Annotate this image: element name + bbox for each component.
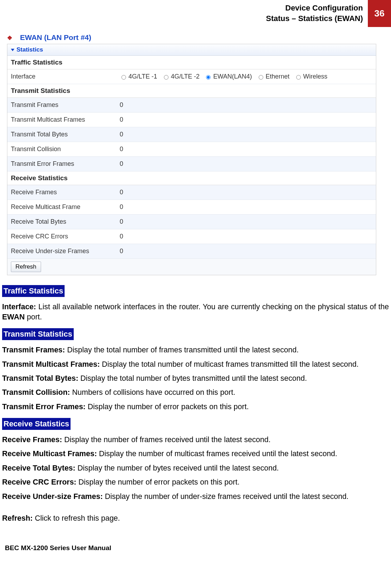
label-rmf: Receive Multicast Frames: [2,450,97,458]
stats-row-label: Receive Multicast Frame [7,200,116,214]
para-receive-multicast: Receive Multicast Frames: Display the nu… [2,449,389,459]
interface-radio-label: 4G/LTE -2 [171,73,200,80]
section-transmit-head: Transmit Statistics [7,84,376,98]
refresh-button[interactable]: Refresh [11,262,41,272]
section-traffic-head: Traffic Statistics [7,56,376,69]
stats-row-label: Receive Total Bytes [7,215,116,229]
stats-row-value: 0 [116,113,376,127]
label-tf: Transmit Frames: [2,346,65,354]
stats-row: Transmit Collision0 [7,142,376,157]
stats-row-label: Transmit Frames [7,98,116,112]
document-body: Traffic Statistics Interface: List all a… [0,283,391,523]
para-interface: Interface: List all available network in… [2,302,389,322]
stats-row: Transmit Total Bytes0 [7,127,376,142]
text-refresh: Click to refresh this page. [33,514,120,522]
heading-traffic-statistics: Traffic Statistics [2,285,65,297]
text-tef: Display the number of error packets on t… [86,403,249,411]
section-receive-head: Receive Statistics [7,171,376,185]
label-ruf: Receive Under-size Frames: [2,492,103,501]
interface-radio[interactable] [296,75,301,80]
interface-option[interactable]: 4G/LTE -1 [120,73,157,80]
label-tef: Transmit Error Frames: [2,403,86,411]
stats-row-value: 0 [116,229,376,244]
stats-row-label: Receive Under-size Frames [7,244,116,258]
heading-transmit-statistics: Transmit Statistics [2,328,74,340]
interface-radio[interactable] [259,75,263,80]
header-line1: Device Configuration [285,4,363,12]
label-ttb: Transmit Total Bytes: [2,374,78,383]
interface-row: Interface 4G/LTE -14G/LTE -2EWAN(LAN4)Et… [7,69,376,84]
text-rmf: Display the number of multicast frames r… [97,450,337,458]
text-tc: Numbers of collisions have occurred on t… [70,388,236,397]
interface-radio[interactable] [121,75,126,80]
interface-radio[interactable] [164,75,168,80]
section-heading-ewan: ❖EWAN (LAN Port #4) [7,33,391,42]
heading-receive-statistics: Receive Statistics [2,418,71,430]
para-receive-frames: Receive Frames: Display the number of fr… [2,435,389,445]
footer-text: BEC MX-1200 Series User Manual [5,544,391,552]
stats-row-value: 0 [116,185,376,200]
para-transmit-collision: Transmit Collision: Numbers of collision… [2,387,389,397]
label-refresh: Refresh: [2,514,33,522]
stats-row-label: Transmit Multicast Frames [7,113,116,127]
caret-down-icon [11,49,14,51]
text-rce: Display the number of error packets on t… [77,478,240,486]
bullet-diamond-icon: ❖ [7,35,12,41]
label-rtb: Receive Total Bytes: [2,464,75,472]
stats-row: Receive Total Bytes0 [7,215,376,229]
stats-row: Receive CRC Errors0 [7,229,376,244]
stats-row-label: Transmit Total Bytes [7,127,116,142]
text-interface-tail: port. [25,313,42,321]
text-interface: List all available network interfaces in… [36,303,389,311]
para-receive-crc: Receive CRC Errors: Display the number o… [2,477,389,487]
panel-header[interactable]: Statistics [7,44,376,56]
stats-row: Receive Under-size Frames0 [7,244,376,259]
interface-label: Interface [7,69,116,84]
text-ruf: Display the number of under-size frames … [103,492,349,501]
label-tc: Transmit Collision: [2,388,70,397]
interface-option[interactable]: 4G/LTE -2 [162,73,200,80]
label-rf: Receive Frames: [2,435,62,444]
text-tmf: Display the total number of multicast fr… [100,360,358,369]
stats-row-value: 0 [116,215,376,229]
para-receive-undersize: Receive Under-size Frames: Display the n… [2,492,389,501]
section-heading-text: EWAN (LAN Port #4) [20,33,91,41]
para-transmit-error: Transmit Error Frames: Display the numbe… [2,402,389,412]
stats-row-label: Transmit Error Frames [7,157,116,171]
page-number: 36 [368,0,391,27]
para-refresh: Refresh: Click to refresh this page. [2,513,389,523]
text-rtb: Display the number of bytes received unt… [75,464,279,472]
para-receive-total-bytes: Receive Total Bytes: Display the number … [2,463,389,473]
stats-row-value: 0 [116,142,376,156]
stats-row: Transmit Error Frames0 [7,157,376,171]
label-rce: Receive CRC Errors: [2,478,77,486]
interface-radio[interactable] [206,75,211,80]
stats-row-value: 0 [116,127,376,142]
interface-radio-label: Wireless [303,73,327,80]
statistics-panel: Statistics Traffic Statistics Interface … [7,44,376,275]
interface-radio-group: 4G/LTE -14G/LTE -2EWAN(LAN4)EthernetWire… [116,69,376,84]
header-title: Device Configuration Status – Statistics… [266,0,368,27]
stats-row-value: 0 [116,200,376,214]
text-ttb: Display the total number of bytes transm… [78,374,307,383]
label-interface: Interface: [2,303,36,311]
para-transmit-total-bytes: Transmit Total Bytes: Display the total … [2,373,389,383]
stats-row-value: 0 [116,157,376,171]
text-tf: Display the total number of frames trans… [65,346,299,354]
para-transmit-multicast: Transmit Multicast Frames: Display the t… [2,359,389,369]
stats-row: Transmit Multicast Frames0 [7,113,376,127]
para-transmit-frames: Transmit Frames: Display the total numbe… [2,345,389,355]
stats-row-label: Receive CRC Errors [7,229,116,244]
interface-option[interactable]: EWAN(LAN4) [204,73,252,80]
stats-row: Receive Frames0 [7,185,376,200]
interface-option[interactable]: Ethernet [257,73,290,80]
interface-radio-label: Ethernet [266,73,290,80]
stats-row-label: Receive Frames [7,185,116,200]
label-ewan: EWAN [2,313,25,321]
stats-row: Receive Multicast Frame0 [7,200,376,215]
header-line2: Status – Statistics (EWAN) [266,14,363,23]
stats-row-value: 0 [116,98,376,112]
stats-row: Transmit Frames0 [7,98,376,113]
interface-option[interactable]: Wireless [294,73,327,80]
stats-row-label: Transmit Collision [7,142,116,156]
